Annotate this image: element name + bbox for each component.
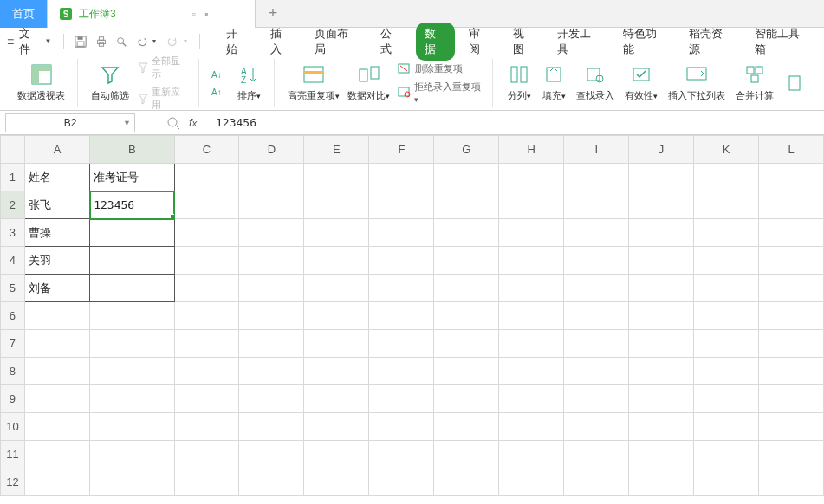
cell-C1[interactable] (174, 164, 239, 191)
cell-D5[interactable] (239, 275, 304, 302)
row-header-10[interactable]: 10 (1, 413, 25, 441)
cell-D12[interactable] (239, 468, 304, 496)
cell-K1[interactable] (694, 164, 759, 191)
cell-G10[interactable] (434, 413, 499, 441)
cell-K10[interactable] (694, 413, 759, 441)
column-header-C[interactable]: C (174, 136, 239, 164)
tab-home[interactable]: 首页 (0, 0, 48, 28)
cell-H9[interactable] (499, 385, 564, 413)
cell-C4[interactable] (174, 247, 239, 275)
row-header-5[interactable]: 5 (1, 275, 25, 302)
row-header-7[interactable]: 7 (1, 330, 25, 358)
show-all-button[interactable]: 全部显示 (133, 53, 191, 82)
row-header-12[interactable]: 12 (1, 468, 25, 496)
print-preview-icon[interactable] (112, 32, 130, 51)
cell-I8[interactable] (564, 358, 629, 385)
cell-B2[interactable]: 123456 (90, 191, 174, 219)
ribbon-tab-devtools[interactable]: 开发工具 (548, 23, 609, 61)
cell-F10[interactable] (369, 413, 434, 441)
cell-E6[interactable] (304, 302, 369, 330)
cell-A4[interactable]: 关羽 (24, 247, 89, 275)
cell-F1[interactable] (369, 164, 434, 191)
cell-G8[interactable] (434, 358, 499, 385)
cell-E11[interactable] (304, 441, 369, 468)
fx-icon[interactable]: fx (189, 116, 197, 129)
cell-G5[interactable] (434, 275, 499, 302)
column-header-J[interactable]: J (629, 136, 694, 164)
redo-dropdown-icon[interactable]: ▾ (184, 37, 187, 45)
cell-K3[interactable] (694, 219, 759, 247)
cell-I4[interactable] (564, 247, 629, 275)
cell-H12[interactable] (499, 468, 564, 496)
redo-icon[interactable] (163, 32, 181, 51)
column-header-K[interactable]: K (694, 136, 759, 164)
cell-J6[interactable] (629, 302, 694, 330)
cell-B9[interactable] (90, 385, 174, 413)
cell-B1[interactable]: 准考证号 (90, 164, 174, 191)
cell-D10[interactable] (239, 413, 304, 441)
row-header-6[interactable]: 6 (1, 302, 25, 330)
sort-desc-button[interactable]: A↑ (208, 84, 229, 100)
cell-B4[interactable] (90, 247, 174, 275)
cell-D1[interactable] (239, 164, 304, 191)
column-header-G[interactable]: G (434, 136, 499, 164)
cell-D7[interactable] (239, 330, 304, 358)
column-header-B[interactable]: B (90, 136, 174, 164)
highlight-dup-button[interactable]: 高亮重复项▾ (283, 61, 343, 104)
cell-E8[interactable] (304, 358, 369, 385)
cell-F8[interactable] (369, 358, 434, 385)
cell-C3[interactable] (174, 219, 239, 247)
more-button[interactable] (779, 70, 812, 96)
file-dropdown-icon[interactable]: ▼ (45, 37, 52, 45)
cell-J9[interactable] (629, 385, 694, 413)
cell-E10[interactable] (304, 413, 369, 441)
ribbon-tab-docer[interactable]: 稻壳资源 (680, 23, 741, 61)
column-header-D[interactable]: D (239, 136, 304, 164)
cell-L2[interactable] (758, 191, 823, 219)
cell-G12[interactable] (434, 468, 499, 496)
cell-J4[interactable] (629, 247, 694, 275)
row-header-11[interactable]: 11 (1, 441, 25, 468)
cell-A9[interactable] (24, 385, 89, 413)
cell-F4[interactable] (369, 247, 434, 275)
cell-I3[interactable] (564, 219, 629, 247)
cell-D11[interactable] (239, 441, 304, 468)
cell-A10[interactable] (24, 413, 89, 441)
cell-D6[interactable] (239, 302, 304, 330)
cell-C6[interactable] (174, 302, 239, 330)
spreadsheet-grid[interactable]: ABCDEFGHIJKL1姓名准考证号2张飞1234563曹操4关羽5刘备678… (0, 135, 824, 504)
cell-F9[interactable] (369, 385, 434, 413)
cell-E3[interactable] (304, 219, 369, 247)
sort-button[interactable]: AZ 排序▾ (232, 61, 267, 104)
cell-C12[interactable] (174, 468, 239, 496)
cell-J7[interactable] (629, 330, 694, 358)
column-header-H[interactable]: H (499, 136, 564, 164)
cell-B3[interactable] (90, 219, 174, 247)
cell-J3[interactable] (629, 219, 694, 247)
row-header-9[interactable]: 9 (1, 385, 25, 413)
cell-H10[interactable] (499, 413, 564, 441)
cell-L3[interactable] (758, 219, 823, 247)
cell-E5[interactable] (304, 275, 369, 302)
cell-G9[interactable] (434, 385, 499, 413)
column-header-A[interactable]: A (24, 136, 89, 164)
select-all-corner[interactable] (1, 136, 25, 164)
cell-I2[interactable] (564, 191, 629, 219)
cell-K12[interactable] (694, 468, 759, 496)
cell-L9[interactable] (758, 385, 823, 413)
cell-A1[interactable]: 姓名 (24, 164, 89, 191)
cell-L12[interactable] (758, 468, 823, 496)
ribbon-tab-data[interactable]: 数据 (416, 23, 455, 61)
undo-dropdown-icon[interactable]: ▾ (152, 37, 156, 45)
cell-B11[interactable] (90, 441, 174, 468)
cell-F6[interactable] (369, 302, 434, 330)
cell-E4[interactable] (304, 247, 369, 275)
tab-menu-icon[interactable]: ▪ (204, 8, 208, 20)
undo-icon[interactable] (133, 32, 151, 51)
cell-G1[interactable] (434, 164, 499, 191)
cell-A12[interactable] (24, 468, 89, 496)
row-header-8[interactable]: 8 (1, 358, 25, 385)
ribbon-tab-formula[interactable]: 公式 (372, 23, 411, 61)
ribbon-tab-features[interactable]: 特色功能 (614, 23, 675, 61)
cell-J5[interactable] (629, 275, 694, 302)
